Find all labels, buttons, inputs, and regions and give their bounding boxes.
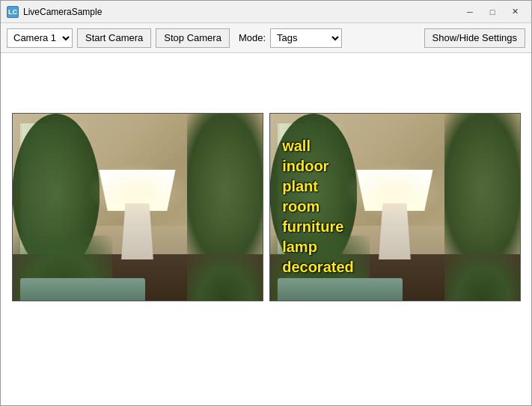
floor-plant-right-right — [444, 254, 519, 301]
tag-wall: wall — [282, 136, 354, 156]
app-icon: LC — [7, 6, 19, 18]
tag-room: room — [282, 197, 354, 217]
window-controls: ─ □ ✕ — [459, 4, 525, 20]
start-camera-button[interactable]: Start Camera — [77, 28, 151, 48]
right-scene: wall indoor plant room furniture lamp de… — [270, 114, 520, 301]
show-hide-settings-button[interactable]: Show/Hide Settings — [424, 28, 525, 48]
camera-select[interactable]: Camera 1 Camera 2 — [7, 28, 73, 48]
cameras-row: wall indoor plant room furniture lamp de… — [8, 113, 524, 301]
toolbar: Camera 1 Camera 2 Start Camera Stop Came… — [1, 23, 531, 53]
tag-furniture: furniture — [282, 217, 354, 237]
close-button[interactable]: ✕ — [504, 4, 525, 20]
plant-right — [187, 114, 262, 263]
mode-label: Mode: — [239, 32, 266, 43]
mode-select[interactable]: Tags Description OCR — [270, 28, 342, 48]
tag-decorated: decorated — [282, 257, 354, 277]
title-bar: LC LiveCameraSample ─ □ ✕ — [1, 1, 531, 23]
tag-indoor: indoor — [282, 156, 354, 176]
lamp-glow — [88, 162, 188, 218]
couch — [20, 278, 145, 301]
tag-lamp: lamp — [282, 237, 354, 257]
content-area: wall indoor plant room furniture lamp de… — [1, 53, 531, 405]
main-window: LC LiveCameraSample ─ □ ✕ Camera 1 Camer… — [0, 0, 532, 406]
right-camera-feed: wall indoor plant room furniture lamp de… — [269, 113, 521, 301]
tag-plant: plant — [282, 176, 354, 197]
tags-overlay: wall indoor plant room furniture lamp de… — [282, 136, 354, 277]
lamp-glow-right — [345, 162, 445, 218]
plant-right-right — [444, 114, 519, 263]
floor-plant-right — [187, 254, 262, 301]
stop-camera-button[interactable]: Stop Camera — [156, 28, 230, 48]
window-title: LiveCameraSample — [23, 7, 459, 17]
maximize-button[interactable]: □ — [482, 4, 503, 20]
left-scene — [13, 114, 263, 301]
couch-right — [278, 278, 403, 301]
left-camera-feed — [12, 113, 263, 301]
minimize-button[interactable]: ─ — [459, 4, 480, 20]
